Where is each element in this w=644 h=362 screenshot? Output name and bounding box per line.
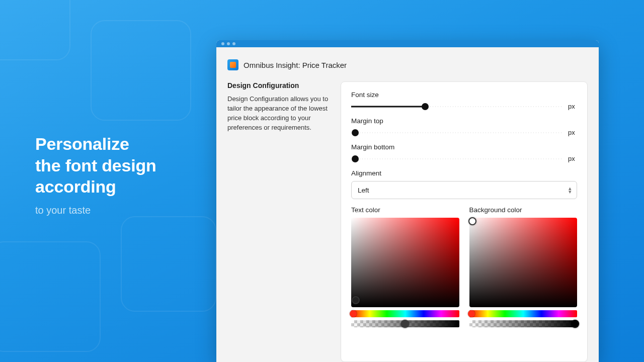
text-color-hue[interactable]: [351, 310, 459, 317]
app-window: Omnibus Insight: Price Tracker Design Co…: [216, 40, 599, 362]
app-icon: [227, 59, 238, 70]
background-color-sat-cursor[interactable]: [468, 217, 476, 225]
font-size-label: Font size: [351, 91, 577, 99]
background-color-hue[interactable]: [469, 310, 578, 317]
text-color-saturation[interactable]: [351, 218, 459, 307]
promo-headline-line: the font design: [35, 156, 156, 175]
margin-top-slider[interactable]: [351, 129, 562, 136]
margin-top-slider-thumb[interactable]: [352, 129, 359, 136]
background-color-alpha[interactable]: [469, 320, 578, 327]
alignment-label: Alignment: [351, 169, 577, 177]
text-color-hue-cursor[interactable]: [350, 310, 357, 317]
text-color-sat-cursor[interactable]: [352, 296, 360, 304]
alignment-control: Alignment Left ▴▾: [351, 169, 577, 199]
sidebar-description: Design Configuration allows you to tailo…: [227, 95, 331, 132]
traffic-light-close[interactable]: [221, 42, 224, 45]
margin-bottom-label: Margin bottom: [351, 143, 577, 151]
background-color-alpha-cursor[interactable]: [571, 320, 579, 328]
promo-headline-line: according: [35, 177, 116, 196]
settings-panel: Font size px Margin top: [341, 81, 588, 362]
background-color-picker: Background color: [469, 206, 578, 327]
promo-text: Personalize the font design according to…: [35, 133, 156, 216]
margin-top-unit: px: [568, 129, 577, 136]
app-header: Omnibus Insight: Price Tracker: [227, 59, 588, 70]
app-title: Omnibus Insight: Price Tracker: [244, 61, 347, 69]
text-color-alpha-cursor[interactable]: [401, 320, 409, 328]
margin-top-control: Margin top px: [351, 117, 577, 136]
background-color-hue-cursor[interactable]: [468, 310, 475, 317]
background-color-label: Background color: [469, 206, 578, 214]
sidebar-heading: Design Configuration: [227, 81, 331, 89]
window-titlebar[interactable]: [216, 40, 599, 47]
alignment-value: Left: [358, 187, 369, 194]
text-color-alpha[interactable]: [351, 320, 459, 327]
background-color-saturation[interactable]: [469, 218, 578, 307]
font-size-unit: px: [568, 103, 577, 110]
promo-headline-line: Personalize: [35, 134, 129, 153]
stage: Personalize the font design according to…: [0, 0, 644, 362]
traffic-light-zoom[interactable]: [232, 42, 235, 45]
margin-bottom-slider[interactable]: [351, 155, 562, 162]
font-size-control: Font size px: [351, 91, 577, 110]
text-color-picker: Text color: [351, 206, 459, 327]
text-color-label: Text color: [351, 206, 459, 214]
font-size-slider[interactable]: [351, 103, 562, 110]
promo-subline: to your taste: [35, 205, 156, 216]
margin-bottom-slider-thumb[interactable]: [352, 155, 359, 162]
margin-bottom-control: Margin bottom px: [351, 143, 577, 162]
margin-bottom-unit: px: [568, 155, 577, 162]
promo-headline: Personalize the font design according: [35, 133, 156, 198]
margin-top-label: Margin top: [351, 117, 577, 125]
traffic-light-minimize[interactable]: [227, 42, 230, 45]
font-size-slider-thumb[interactable]: [422, 103, 429, 110]
chevron-updown-icon: ▴▾: [569, 187, 572, 193]
alignment-select[interactable]: Left ▴▾: [351, 181, 577, 199]
sidebar: Design Configuration Design Configuratio…: [227, 81, 331, 362]
